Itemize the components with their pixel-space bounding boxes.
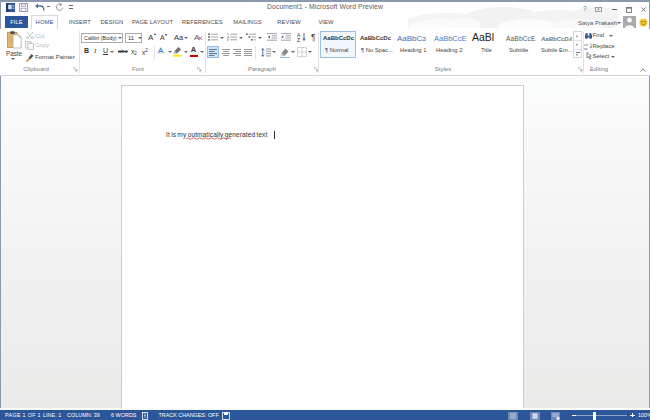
svg-text:ac: ac [584, 47, 588, 50]
svg-text:ab: ab [584, 43, 588, 47]
svg-text:Z: Z [297, 37, 300, 42]
